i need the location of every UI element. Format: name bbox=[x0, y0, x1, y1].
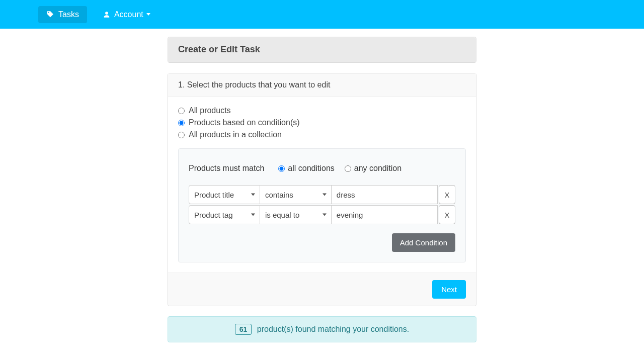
condition-value-input[interactable] bbox=[332, 185, 438, 204]
page-title: Create or Edit Task bbox=[178, 44, 466, 55]
condition-op-select[interactable]: contains bbox=[260, 185, 332, 204]
remove-condition-button[interactable]: X bbox=[439, 185, 455, 204]
nav-account[interactable]: Account bbox=[95, 6, 158, 23]
radio-conditions-input[interactable] bbox=[178, 120, 185, 126]
condition-row: Product title contains X bbox=[189, 185, 455, 204]
radio-conditions[interactable]: Products based on condition(s) bbox=[178, 118, 466, 127]
radio-conditions-label: Products based on condition(s) bbox=[189, 118, 300, 127]
radio-all-products-input[interactable] bbox=[178, 108, 185, 114]
radio-collection-label: All products in a collection bbox=[189, 130, 282, 139]
user-icon bbox=[103, 11, 110, 18]
condition-value-input[interactable] bbox=[332, 205, 438, 224]
footer-bar: Next bbox=[168, 273, 476, 306]
navbar: Tasks Account bbox=[0, 0, 644, 29]
condition-field-select[interactable]: Product title bbox=[189, 185, 260, 204]
result-count: 61 bbox=[235, 324, 252, 335]
match-all[interactable]: all conditions bbox=[278, 164, 335, 173]
panel-header: Create or Edit Task bbox=[168, 37, 476, 63]
add-condition-button[interactable]: Add Condition bbox=[392, 233, 455, 252]
chevron-down-icon bbox=[146, 13, 150, 16]
nav-tasks[interactable]: Tasks bbox=[38, 6, 87, 23]
result-text: product(s) found matching your condition… bbox=[257, 325, 409, 333]
radio-collection[interactable]: All products in a collection bbox=[178, 130, 466, 139]
condition-op-select[interactable]: is equal to bbox=[260, 205, 332, 224]
result-alert: 61 product(s) found matching your condit… bbox=[168, 316, 476, 342]
radio-all-products-label: All products bbox=[189, 106, 231, 115]
match-label: Products must match bbox=[189, 164, 264, 173]
product-scope-radios: All products Products based on condition… bbox=[178, 106, 466, 139]
match-any-label: any condition bbox=[354, 164, 401, 173]
match-any[interactable]: any condition bbox=[345, 164, 401, 173]
match-all-label: all conditions bbox=[288, 164, 335, 173]
conditions-box: Products must match all conditions any c… bbox=[178, 148, 466, 262]
step1-panel: 1. Select the products that you want to … bbox=[168, 73, 476, 306]
match-all-input[interactable] bbox=[278, 165, 285, 172]
step1-title: 1. Select the products that you want to … bbox=[168, 73, 476, 97]
radio-collection-input[interactable] bbox=[178, 132, 185, 138]
next-button[interactable]: Next bbox=[432, 280, 466, 299]
remove-condition-button[interactable]: X bbox=[439, 205, 455, 224]
nav-tasks-label: Tasks bbox=[58, 10, 79, 19]
match-any-input[interactable] bbox=[345, 165, 351, 172]
condition-row: Product tag is equal to X bbox=[189, 205, 455, 224]
nav-account-label: Account bbox=[114, 10, 143, 19]
radio-all-products[interactable]: All products bbox=[178, 106, 466, 115]
condition-field-select[interactable]: Product tag bbox=[189, 205, 260, 224]
tag-icon bbox=[46, 11, 54, 19]
